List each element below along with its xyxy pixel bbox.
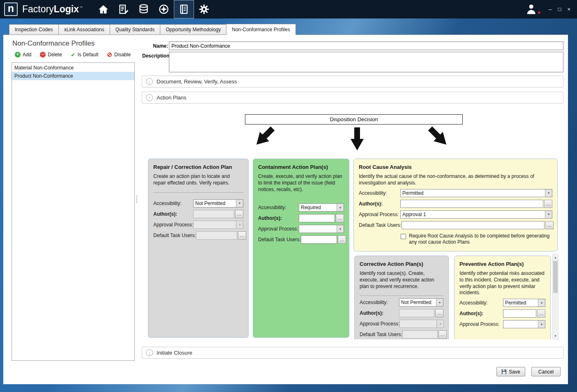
- ellipsis-button[interactable]: …: [545, 221, 554, 229]
- accessibility-label: Accessibility:: [153, 201, 182, 206]
- authors-label: Author(s):: [459, 311, 483, 316]
- rootcause-approval-combo[interactable]: Approval 1▼: [400, 210, 552, 219]
- tab-opportunity-methodology[interactable]: Opportunity Methodology: [160, 24, 226, 35]
- ellipsis-button[interactable]: …: [439, 330, 447, 339]
- section-action-plans[interactable]: ↑ Action Plans: [142, 92, 563, 104]
- repair-accessibility-combo[interactable]: Not Permitted▼: [193, 199, 243, 208]
- cancel-button[interactable]: Cancel: [531, 367, 561, 376]
- delete-button[interactable]: −Delete: [40, 52, 62, 58]
- approval-process-label: Approval Process:: [360, 321, 399, 327]
- chevron-down-icon: ▼: [436, 320, 443, 327]
- name-input[interactable]: [169, 42, 563, 50]
- check-icon: ✓: [71, 51, 76, 58]
- save-button[interactable]: Save: [496, 367, 525, 376]
- authors-label: Author(s):: [359, 201, 383, 207]
- ellipsis-button[interactable]: …: [238, 231, 246, 240]
- minimize-button[interactable]: –: [549, 7, 552, 12]
- containment-authors-input[interactable]: [299, 214, 335, 222]
- ellipsis-button[interactable]: …: [336, 214, 344, 222]
- repair-default-task-users-input: [196, 231, 237, 240]
- chevron-down-icon: ▼: [436, 299, 443, 306]
- ellipsis-button[interactable]: …: [235, 210, 243, 218]
- description-label: Description:: [142, 53, 168, 59]
- repair-correction-panel: Repair / Correction Action Plan Create a…: [148, 159, 249, 338]
- require-rca-checkbox[interactable]: [401, 234, 406, 239]
- scrollbar-thumb[interactable]: [553, 261, 558, 293]
- ellipsis-button[interactable]: …: [537, 309, 545, 318]
- chevron-down-icon: ▼: [337, 204, 344, 211]
- rootcause-accessibility-combo[interactable]: Permitted▼: [400, 189, 552, 197]
- profiles-list: Material Non-Conformance Product Non-Con…: [12, 62, 135, 361]
- panel-title: Repair / Correction Action Plan: [153, 164, 243, 170]
- home-icon[interactable]: [93, 0, 113, 18]
- materials-icon[interactable]: [134, 0, 154, 18]
- scroll-up-icon[interactable]: ▲: [553, 254, 558, 261]
- ellipsis-button[interactable]: …: [338, 235, 346, 244]
- scroll-down-icon[interactable]: ▼: [553, 333, 558, 339]
- titlebar: n FactoryLogix™ ×: [0, 0, 577, 18]
- ellipsis-button[interactable]: …: [435, 309, 443, 317]
- default-task-users-label: Default Task Users:: [153, 233, 196, 238]
- chevron-down-icon: ▼: [337, 225, 344, 233]
- work-instructions-icon[interactable]: [113, 0, 134, 18]
- corrective-panel: Corrective Action Plan(s) Identify root …: [354, 256, 449, 339]
- add-button[interactable]: +Add: [15, 52, 31, 58]
- section-document-review[interactable]: ↓ Document, Review, Verify, Assess: [142, 76, 563, 88]
- preventive-approval-combo[interactable]: ▼: [503, 320, 545, 328]
- repair-authors-input: [193, 210, 234, 218]
- divider: [360, 295, 443, 296]
- preventive-panel: Preventive Action Plan(s) Identify other…: [454, 256, 551, 339]
- vertical-scrollbar[interactable]: ▲ ▼: [552, 254, 559, 339]
- repair-approval-combo: ▼: [193, 221, 243, 229]
- tab-quality-standards[interactable]: Quality Standards: [110, 24, 160, 35]
- approval-process-label: Approval Process:: [153, 222, 193, 228]
- gear-icon[interactable]: [194, 0, 214, 18]
- default-task-users-label: Default Task Users:: [359, 222, 402, 228]
- section-initiate-closure[interactable]: ↓ Initiate Closure: [142, 347, 563, 359]
- disable-button[interactable]: ⊘Disable: [107, 52, 131, 58]
- containment-approval-combo[interactable]: ▼: [299, 225, 344, 233]
- profiles-toolbar: +Add −Delete ✓Is Default ⊘Disable: [15, 51, 131, 58]
- tab-non-conformance-profiles[interactable]: Non-Conformance Profiles: [226, 24, 295, 35]
- description-input[interactable]: [169, 52, 563, 72]
- name-label: Name:: [142, 43, 168, 49]
- panel-description: Identify the actual cause of the non-con…: [359, 173, 552, 187]
- accessibility-label: Accessibility:: [360, 300, 388, 305]
- rootcause-authors-input[interactable]: [400, 200, 543, 208]
- list-item-selected[interactable]: Product Non-Conformance: [12, 72, 134, 80]
- tab-inspection-codes[interactable]: Inspection Codes: [9, 24, 59, 35]
- tab-xlink-associations[interactable]: xLink Associations: [58, 24, 110, 35]
- panel-title: Corrective Action Plan(s): [360, 261, 443, 267]
- containment-accessibility-combo[interactable]: Required▼: [299, 203, 344, 212]
- add-icon: +: [15, 52, 21, 58]
- main-navigation: [93, 0, 214, 18]
- rootcause-default-task-users-input[interactable]: [402, 221, 545, 229]
- production-icon[interactable]: [154, 0, 174, 18]
- quality-icon[interactable]: [174, 0, 194, 18]
- trademark: ™: [79, 6, 83, 9]
- page-title: Non-Conformance Profiles: [12, 39, 95, 48]
- corrective-accessibility-combo[interactable]: Not Permitted▼: [399, 298, 443, 307]
- is-default-button[interactable]: ✓Is Default: [71, 51, 98, 58]
- application-window: n FactoryLogix™ ×: [0, 0, 577, 392]
- disable-icon: ⊘: [107, 52, 112, 58]
- chevron-up-circle-icon: ↑: [146, 94, 153, 101]
- root-cause-panel: Root Cause Analysis Identify the actual …: [353, 159, 558, 251]
- list-item[interactable]: Material Non-Conformance: [12, 64, 134, 72]
- user-icon[interactable]: ×: [526, 3, 538, 16]
- close-button[interactable]: ×: [567, 7, 570, 12]
- maximize-button[interactable]: □: [558, 7, 561, 12]
- panel-title: Containment Action Plan(s): [258, 164, 344, 170]
- panel-description: Create, execute, and verify action plan …: [258, 173, 344, 193]
- panel-description: Identify other potential risks associate…: [459, 270, 545, 296]
- containment-default-task-users-input[interactable]: [301, 235, 337, 244]
- app-logo: n: [4, 2, 18, 16]
- ellipsis-button[interactable]: …: [544, 200, 552, 208]
- panel-description: Identify root cause(s). Create, execute,…: [360, 270, 443, 290]
- splitter-handle[interactable]: [136, 195, 138, 204]
- approval-process-label: Approval Process:: [359, 212, 399, 217]
- authors-label: Author(s):: [360, 310, 383, 316]
- chevron-down-icon: ▼: [545, 211, 552, 218]
- preventive-accessibility-combo[interactable]: Permitted▼: [503, 299, 545, 307]
- preventive-authors-input[interactable]: [503, 309, 536, 318]
